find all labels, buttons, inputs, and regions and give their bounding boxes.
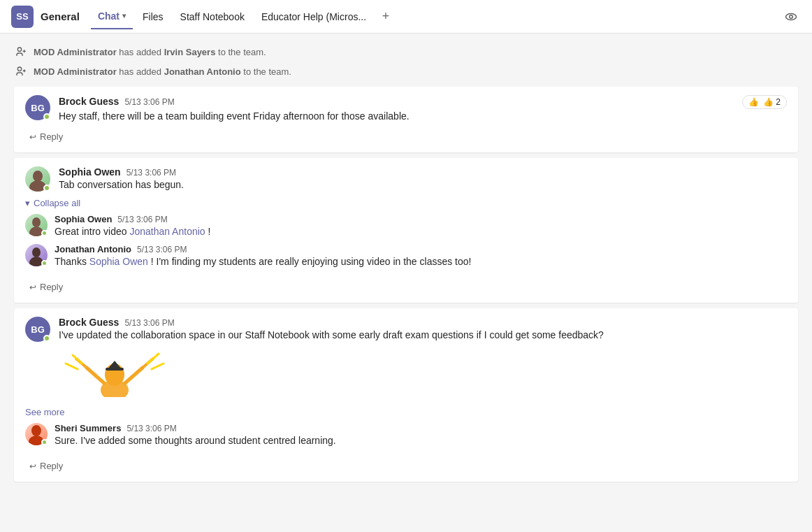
message-thread-3: BG Brock Guess 5/13 3:06 PM I've updated…	[14, 308, 798, 482]
svg-line-20	[73, 355, 82, 364]
status-dot-brock-1	[43, 113, 50, 120]
meet-now-icon[interactable]	[781, 7, 801, 27]
author-brock-1: Brock Guess	[59, 96, 119, 107]
sysnotif2-suffix: to the team.	[243, 66, 291, 77]
tab-files[interactable]: Files	[136, 4, 171, 29]
reply-author-sophia: Sophia Owen	[55, 214, 112, 224]
nav-tabs: Chat ▾ Files Staff Notebook Educator Hel…	[91, 4, 781, 29]
reply-author-sheri: Sheri Summers	[55, 423, 121, 433]
reply-arrow-3: ↩	[29, 461, 36, 471]
add-user-icon-2	[14, 64, 28, 78]
reply-button-1[interactable]: ↩ Reply	[25, 129, 67, 144]
reply-text-sophia: Great intro video Jonathan Antonio !	[55, 226, 210, 237]
reply-button-3[interactable]: ↩ Reply	[25, 459, 67, 473]
header-right	[781, 7, 801, 27]
sysnotif2-action: has added	[119, 66, 164, 77]
add-user-icon-1	[14, 45, 28, 59]
svg-line-22	[147, 354, 159, 364]
sysnotif1-suffix: to the team.	[218, 47, 266, 57]
nested-reply-2-1: Sophia Owen 5/13 3:06 PM Great intro vid…	[25, 214, 787, 237]
svg-point-26	[31, 425, 41, 436]
svg-point-8	[33, 171, 43, 182]
nested-reply-3-1: Sheri Summers 5/13 3:06 PM Sure. I've ad…	[25, 423, 787, 446]
svg-point-2	[17, 48, 21, 51]
svg-line-21	[66, 364, 78, 369]
svg-line-18	[125, 368, 143, 383]
reaction-badge-1[interactable]: 👍 👍 2	[742, 95, 787, 109]
nested-replies-3: Sheri Summers 5/13 3:06 PM Sure. I've ad…	[25, 423, 787, 446]
message-thread-1: BG Brock Guess 5/13 3:06 PM 👍 👍 2 Hey st…	[14, 87, 798, 152]
nested-replies-2: Sophia Owen 5/13 3:06 PM Great intro vid…	[25, 214, 787, 267]
svg-point-5	[17, 67, 21, 71]
chat-tab-chevron: ▾	[122, 12, 126, 20]
system-notification-2: MOD Administrator has added Jonathan Ant…	[0, 62, 812, 81]
message-content-1: Brock Guess 5/13 3:06 PM 👍 👍 2 Hey staff…	[59, 95, 787, 124]
svg-line-23	[152, 364, 164, 369]
svg-point-1	[790, 15, 793, 18]
tab-chat[interactable]: Chat ▾	[91, 4, 133, 29]
team-avatar: SS	[11, 6, 34, 28]
svg-line-16	[87, 368, 104, 383]
collapse-chevron: ▾	[25, 198, 30, 208]
celebration-svg	[62, 348, 167, 397]
reply-author-jonathan: Jonathan Antonio	[55, 244, 131, 254]
reply-label-2: Reply	[40, 282, 63, 292]
sticker-celebration	[59, 348, 171, 397]
status-sophia-reply	[41, 230, 48, 236]
message-text-2: Tab conversation has begun.	[59, 178, 787, 192]
sysnotif1-user: Irvin Sayers	[164, 47, 216, 57]
reply-text-jonathan: Thanks Sophia Owen ! I'm finding my stud…	[55, 256, 471, 267]
status-jonathan	[41, 260, 48, 266]
svg-point-10	[32, 217, 41, 227]
reply-time-sophia: 5/13 3:06 PM	[117, 215, 167, 224]
status-sheri	[41, 439, 48, 445]
reply-body-2-2: Jonathan Antonio 5/13 3:06 PM Thanks Sop…	[55, 244, 471, 267]
mention-jonathan-1: Jonathan Antonio	[129, 226, 205, 237]
collapse-all-button[interactable]: ▾ Collapse all	[25, 198, 787, 208]
see-more-button[interactable]: See more	[25, 407, 64, 417]
status-dot-sophia-main	[43, 185, 50, 192]
sysnotif2-admin: MOD Administrator	[34, 66, 117, 77]
reply-body-2-1: Sophia Owen 5/13 3:06 PM Great intro vid…	[55, 214, 210, 237]
timestamp-3: 5/13 3:06 PM	[124, 318, 174, 328]
message-content-2: Sophia Owen 5/13 3:06 PM Tab conversatio…	[59, 166, 787, 192]
timestamp-2: 5/13 3:06 PM	[126, 168, 176, 178]
system-notification-1: MOD Administrator has added Irvin Sayers…	[0, 42, 812, 62]
reply-text-sheri: Sure. I've added some thoughts around st…	[55, 435, 336, 446]
reply-body-3-1: Sheri Summers 5/13 3:06 PM Sure. I've ad…	[55, 423, 336, 446]
collapse-label: Collapse all	[34, 198, 80, 208]
sysnotif1-admin: MOD Administrator	[34, 47, 117, 57]
author-sophia-main: Sophia Owen	[59, 166, 121, 178]
svg-point-0	[786, 13, 797, 20]
reply-time-jonathan: 5/13 3:06 PM	[137, 245, 187, 254]
reply-arrow-2: ↩	[29, 282, 36, 292]
message-text-1: Hey staff, there will be a team building…	[59, 109, 787, 124]
message-content-3: Brock Guess 5/13 3:06 PM I've updated th…	[59, 317, 787, 403]
nested-reply-2-2: Jonathan Antonio 5/13 3:06 PM Thanks Sop…	[25, 244, 787, 267]
header: SS General Chat ▾ Files Staff Notebook E…	[0, 0, 812, 34]
tab-staff-notebook[interactable]: Staff Notebook	[173, 4, 252, 29]
reply-label-1: Reply	[40, 131, 63, 142]
reply-button-2[interactable]: ↩ Reply	[25, 280, 67, 294]
reply-arrow-1: ↩	[29, 132, 36, 142]
reply-time-sheri: 5/13 3:06 PM	[126, 424, 176, 433]
sysnotif1-action: has added	[119, 47, 164, 57]
messages-area: MOD Administrator has added Irvin Sayers…	[0, 34, 812, 532]
svg-rect-25	[106, 368, 124, 371]
author-brock-2: Brock Guess	[59, 317, 119, 328]
reply-label-3: Reply	[40, 461, 63, 471]
message-thread-2: Sophia Owen 5/13 3:06 PM Tab conversatio…	[14, 158, 798, 303]
add-tab-button[interactable]: +	[376, 7, 396, 27]
svg-point-12	[32, 247, 41, 257]
tab-educator-help[interactable]: Educator Help (Micros...	[254, 4, 373, 29]
mention-sophia-1: Sophia Owen	[89, 256, 148, 267]
channel-name: General	[41, 10, 80, 22]
status-dot-brock-2	[43, 335, 50, 342]
sysnotif2-user: Jonathan Antonio	[164, 66, 241, 77]
message-text-3: I've updated the collaboration space in …	[59, 328, 787, 343]
timestamp-1: 5/13 3:06 PM	[124, 97, 174, 107]
